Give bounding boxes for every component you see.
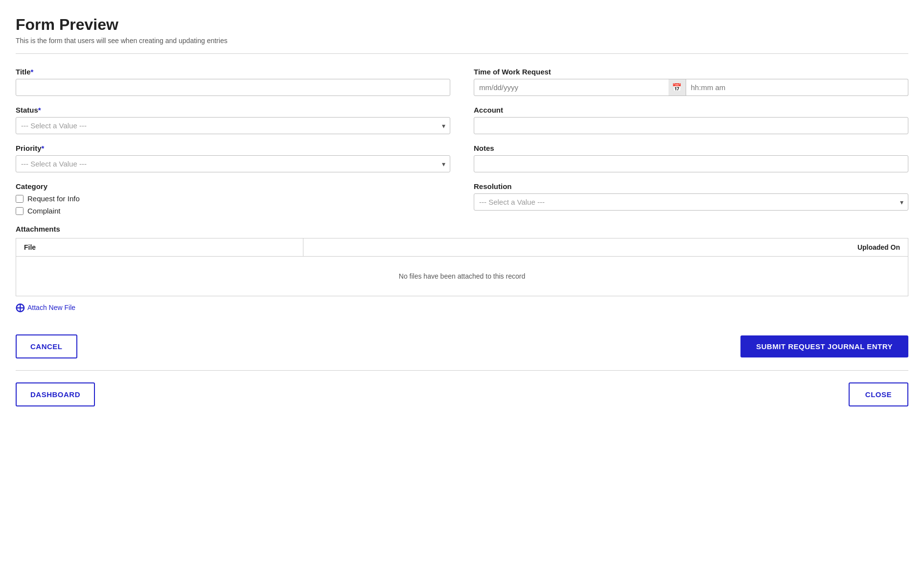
title-required: * xyxy=(31,68,34,76)
date-wrapper: 📅 xyxy=(474,79,686,96)
time-row: 📅 xyxy=(474,79,908,96)
category-request-label: Request for Info xyxy=(27,194,80,203)
title-input[interactable] xyxy=(16,79,450,96)
status-required: * xyxy=(38,106,41,114)
priority-select-wrapper: --- Select a Value --- ▾ xyxy=(16,155,450,172)
uploaded-column-header: Uploaded On xyxy=(303,238,908,257)
attachments-title: Attachments xyxy=(16,225,908,233)
calendar-button[interactable]: 📅 xyxy=(669,79,686,96)
priority-label: Priority* xyxy=(16,144,450,152)
account-input[interactable] xyxy=(474,117,908,134)
page-title: Form Preview xyxy=(16,16,908,34)
title-group: Title* xyxy=(16,68,450,96)
notes-group: Notes xyxy=(474,144,908,172)
time-label: Time of Work Request xyxy=(474,68,908,76)
page-subtitle: This is the form that users will see whe… xyxy=(16,37,908,45)
category-complaint-checkbox[interactable] xyxy=(16,207,23,215)
account-label: Account xyxy=(474,106,908,114)
resolution-select[interactable]: --- Select a Value --- xyxy=(474,193,908,211)
form-actions: CANCEL SUBMIT REQUEST JOURNAL ENTRY xyxy=(16,334,908,370)
priority-group: Priority* --- Select a Value --- ▾ xyxy=(16,144,450,172)
status-select-wrapper: --- Select a Value --- ▾ xyxy=(16,117,450,134)
file-column-header: File xyxy=(16,238,303,257)
category-complaint-row: Complaint xyxy=(16,207,450,215)
form-grid: Title* Status* --- Select a Value --- ▾ xyxy=(16,68,908,225)
status-label: Status* xyxy=(16,106,450,114)
category-section: Category Request for Info Complaint xyxy=(16,182,450,215)
attachments-table: File Uploaded On No files have been atta… xyxy=(16,238,908,296)
attachments-header-row: File Uploaded On xyxy=(16,238,908,257)
bottom-actions: DASHBOARD CLOSE xyxy=(16,371,908,422)
close-button[interactable]: CLOSE xyxy=(849,382,908,406)
resolution-select-wrapper: --- Select a Value --- ▾ xyxy=(474,193,908,211)
header-divider xyxy=(16,53,908,54)
priority-required: * xyxy=(42,144,45,152)
cancel-button[interactable]: CANCEL xyxy=(16,334,77,358)
category-request-row: Request for Info xyxy=(16,194,450,203)
no-files-row: No files have been attached to this reco… xyxy=(16,257,908,296)
notes-label: Notes xyxy=(474,144,908,152)
attach-new-file-link[interactable]: ⨁ Attach New File xyxy=(16,302,75,313)
status-group: Status* --- Select a Value --- ▾ xyxy=(16,106,450,134)
time-input[interactable] xyxy=(686,79,909,96)
title-label: Title* xyxy=(16,68,450,76)
no-files-message: No files have been attached to this reco… xyxy=(16,257,908,296)
attach-plus-icon: ⨁ xyxy=(16,302,24,313)
dashboard-button[interactable]: DASHBOARD xyxy=(16,382,95,406)
status-select[interactable]: --- Select a Value --- xyxy=(16,117,450,134)
category-request-checkbox[interactable] xyxy=(16,195,23,203)
attach-link-label: Attach New File xyxy=(27,304,75,311)
resolution-label: Resolution xyxy=(474,182,908,190)
date-input[interactable] xyxy=(474,79,686,96)
category-label: Category xyxy=(16,182,450,190)
attachments-section: Attachments File Uploaded On No files ha… xyxy=(16,225,908,313)
priority-select[interactable]: --- Select a Value --- xyxy=(16,155,450,172)
account-group: Account xyxy=(474,106,908,134)
category-complaint-label: Complaint xyxy=(27,207,61,215)
notes-input[interactable] xyxy=(474,155,908,172)
resolution-group: Resolution --- Select a Value --- ▾ xyxy=(474,182,908,211)
calendar-icon: 📅 xyxy=(672,83,682,92)
submit-button[interactable]: SUBMIT REQUEST JOURNAL ENTRY xyxy=(740,335,908,357)
time-group: Time of Work Request 📅 xyxy=(474,68,908,96)
